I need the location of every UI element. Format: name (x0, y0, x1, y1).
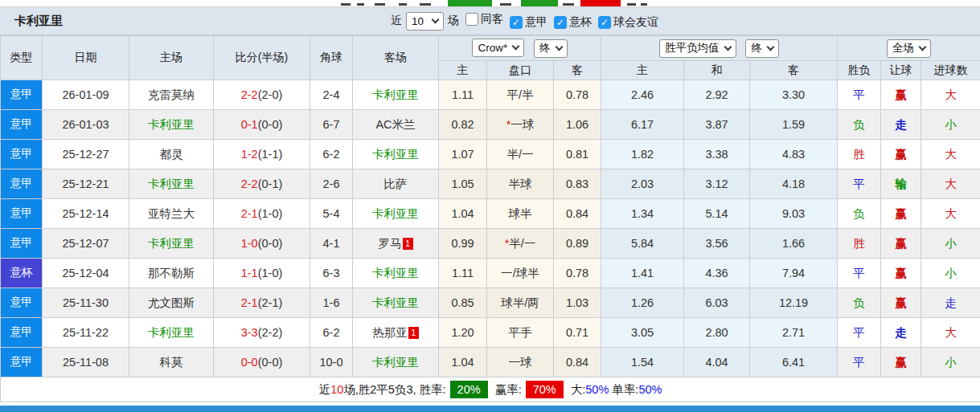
away-team: 卡利亚里 (353, 140, 439, 169)
home-team: 卡利亚里 (129, 229, 214, 259)
chevron-down-icon (432, 15, 440, 23)
checkbox-serie-a[interactable]: ✓意甲 (510, 15, 547, 30)
away-team-name: 热那亚 (372, 326, 408, 339)
scope-select[interactable]: 全场 (887, 39, 931, 58)
league-type-badge: 意杯 (1, 259, 43, 288)
away-team-name: 卡利亚里 (372, 148, 419, 161)
match-date: 25-12-04 (43, 259, 129, 288)
fulltime-score: 2-1 (241, 296, 258, 309)
average-type-select[interactable]: 胜平负均值 (659, 39, 736, 58)
league-type-badge: 意甲 (1, 80, 43, 110)
handicap-text: 一球 (509, 356, 532, 369)
sub-header-avg-away: 客 (750, 61, 838, 80)
sub-header-odds-home: 主 (439, 61, 487, 80)
result-handicap: 赢 (881, 288, 921, 318)
odds-time-select[interactable]: 终 (534, 39, 568, 58)
odds-home: 1.05 (439, 169, 487, 199)
odds-away: 0.78 (554, 259, 601, 288)
cropped-text-fragment (375, 3, 385, 6)
match-date: 25-12-07 (43, 229, 129, 259)
checked-checkbox-icon[interactable]: ✓ (554, 16, 567, 29)
avg-home: 1.26 (601, 288, 684, 318)
cropped-text-fragment (500, 3, 511, 6)
match-row: 意甲25-11-30尤文图斯2-1(2-1)1-6卡利亚里0.85球半/两1.0… (1, 288, 980, 318)
halftime-score: (0-0) (258, 237, 283, 250)
win-rate-badge: 20% (450, 381, 488, 398)
match-date: 25-11-08 (43, 348, 129, 377)
corner-count: 2-6 (310, 169, 353, 199)
result-goals: 小 (921, 348, 980, 377)
checkbox-italy-cup[interactable]: ✓意杯 (554, 15, 592, 30)
recent-count-select[interactable]: 10 (406, 12, 444, 31)
unchecked-checkbox-icon[interactable] (465, 13, 478, 26)
bottom-divider-bar (0, 406, 980, 412)
result-goals: 大 (921, 80, 980, 110)
handicap-text: 一/球半 (501, 267, 539, 279)
checkbox-same-opponent[interactable]: 同客 (465, 12, 503, 27)
green-indicator-2 (521, 0, 558, 6)
league-type-badge: 意甲 (1, 288, 43, 318)
odds-company-select[interactable]: Crow* (472, 39, 524, 57)
halftime-score: (2-1) (258, 296, 283, 309)
col-header-date: 日期 (43, 36, 129, 80)
handicap-line: *一球 (487, 110, 554, 140)
match-row: 意甲26-01-03卡利亚里0-1(0-0)6-7AC米兰0.82*一球1.06… (1, 110, 980, 140)
checkbox-club-friendly[interactable]: ✓球会友谊 (598, 15, 658, 30)
away-team-name: 比萨 (384, 177, 408, 190)
odds-home: 1.20 (439, 318, 487, 348)
handicap-line: 半球 (487, 169, 554, 199)
halftime-score: (1-0) (258, 267, 283, 279)
summary-text: 赢率: (492, 383, 522, 396)
league-type-badge: 意甲 (1, 348, 43, 377)
match-row: 意甲25-12-27都灵1-2(1-1)6-2卡利亚里1.07半/一0.811.… (1, 140, 980, 169)
away-team: 热那亚1 (353, 318, 439, 348)
fulltime-score: 3-3 (241, 326, 258, 339)
handicap-line: 球半 (487, 199, 554, 229)
fulltime-score: 2-2 (241, 88, 258, 101)
score-cell: 2-2(2-0) (214, 80, 310, 110)
checked-checkbox-icon[interactable]: ✓ (598, 16, 611, 29)
score-cell: 1-1(1-0) (214, 259, 310, 288)
red-card-badge: 1 (403, 238, 413, 250)
odds-away: 0.78 (554, 80, 601, 110)
avg-away: 1.66 (750, 229, 838, 259)
checkbox-label: 意杯 (569, 15, 592, 30)
recent-label: 近 (391, 14, 402, 28)
avg-away: 4.83 (750, 140, 838, 169)
corner-count: 6-2 (310, 318, 353, 348)
home-team: 卡利亚里 (129, 169, 214, 199)
result-goals: 走 (921, 288, 980, 318)
cropped-text-fragment (420, 3, 431, 6)
away-team-name: 卡利亚里 (372, 88, 419, 101)
result-win-draw-loss: 平 (838, 169, 881, 199)
away-team-name: 卡利亚里 (372, 296, 419, 309)
average-type-value: 胜平负均值 (665, 41, 720, 55)
halftime-score: (2-0) (258, 88, 283, 101)
match-row: 意甲25-11-08科莫0-0(0-0)10-0卡利亚里1.04一球0.841.… (1, 348, 980, 377)
checked-checkbox-icon[interactable]: ✓ (510, 16, 523, 29)
score-cell: 1-2(1-1) (214, 140, 310, 169)
match-date: 26-01-03 (43, 110, 129, 140)
result-handicap: 赢 (881, 140, 921, 169)
result-goals: 小 (921, 229, 980, 259)
score-cell: 0-0(0-0) (214, 348, 310, 377)
league-type-badge: 意甲 (1, 229, 43, 259)
chevron-down-icon (555, 43, 563, 51)
league-type-badge: 意甲 (1, 318, 43, 348)
average-time-select[interactable]: 终 (745, 39, 779, 58)
handicap-line: 平/半 (487, 80, 554, 110)
sub-header-goals: 进球数 (921, 61, 980, 80)
avg-draw: 2.80 (684, 318, 750, 348)
summary-text: 10 (330, 383, 343, 396)
summary-text: 近 (319, 383, 331, 396)
odds-home: 1.04 (439, 199, 487, 229)
page-title: 卡利亚里 (0, 14, 63, 29)
handicap-line: 一/球半 (487, 259, 554, 288)
halftime-score: (0-0) (258, 356, 283, 369)
result-win-draw-loss: 胜 (838, 140, 881, 169)
result-win-draw-loss: 平 (838, 348, 881, 377)
fulltime-score: 1-0 (241, 237, 258, 250)
home-team: 卡利亚里 (129, 318, 214, 348)
match-date: 25-11-30 (43, 288, 129, 318)
odds-away: 0.71 (554, 318, 601, 348)
